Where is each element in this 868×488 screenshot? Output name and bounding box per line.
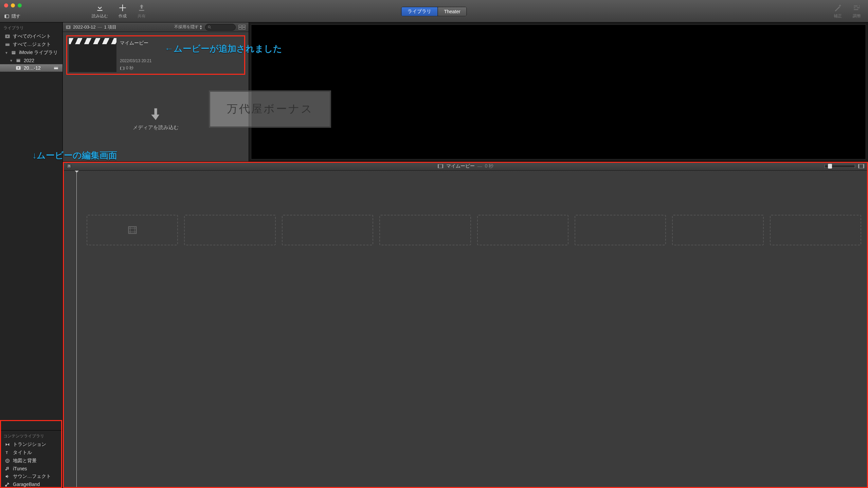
clapperboard-stripes-icon [69, 38, 116, 44]
filmstrip-icon [437, 164, 444, 169]
timeline-title-group: マイムービー — 0 秒 [437, 163, 494, 169]
clip-placeholder[interactable] [477, 215, 568, 245]
timeline-track-area[interactable] [63, 171, 868, 488]
sidebar: ライブラリ すべてのイベント すべて…ジェクト ▼ iMovie ライブラリ ▼… [0, 22, 63, 488]
sidebar-all-projects-label: すべて…ジェクト [13, 41, 51, 48]
import-button[interactable]: 読み込む [92, 3, 108, 19]
share-icon [137, 3, 146, 12]
timeline-close-button[interactable]: ✕ [66, 163, 72, 169]
segment-library[interactable]: ライブラリ [401, 7, 437, 16]
content-maps-label: 地図と背景 [13, 458, 37, 464]
timeline-duration-text: 0 秒 [485, 163, 494, 169]
sidebar-year-2022[interactable]: ▼ 2022 [0, 57, 62, 64]
filmstrip-icon [127, 225, 138, 235]
content-garageband[interactable]: GarageBand [0, 481, 62, 488]
share-button[interactable]: 共有 [137, 3, 146, 19]
import-arrow-down-icon [95, 3, 104, 12]
adjust-button[interactable]: 調整 [852, 3, 861, 19]
upper-pane: 2022-03-12 — 1 項目 不採用を隠す ▲▼ [63, 22, 868, 162]
import-media-hint[interactable]: メディアを読み込む [133, 107, 179, 131]
content-sound-fx-label: サウン…フェクト [13, 473, 51, 480]
sidebar-all-projects[interactable]: すべて…ジェクト [0, 40, 62, 49]
svg-rect-25 [438, 164, 438, 168]
clip-placeholder[interactable] [672, 215, 763, 245]
window-minimize-button[interactable] [11, 3, 15, 7]
sidebar-section-content: コンテンツライブラリ [0, 431, 62, 440]
main-area: ライブラリ すべてのイベント すべて…ジェクト ▼ iMovie ライブラリ ▼… [0, 22, 868, 488]
titles-icon: T [5, 450, 10, 455]
import-label: 読み込む [92, 13, 108, 19]
hide-sidebar-label: 隠す [12, 13, 20, 19]
magic-wand-icon [833, 3, 842, 12]
event-browser: 2022-03-12 — 1 項目 不採用を隠す ▲▼ [63, 22, 249, 161]
import-hint-text: メディアを読み込む [133, 124, 179, 131]
chevron-updown-icon: ▲▼ [199, 24, 202, 30]
clip-placeholder[interactable] [282, 215, 373, 245]
hide-rejected-dropdown[interactable]: 不採用を隠す ▲▼ [174, 24, 202, 30]
timeline-right-controls [825, 163, 865, 169]
movie-thumbnail [69, 38, 116, 72]
clip-placeholder[interactable] [379, 215, 471, 245]
main-toolbar: 隠す 読み込む 作成 共有 ライブラリ Theater 補正 調整 [0, 0, 868, 22]
adjust-label: 調整 [853, 13, 861, 19]
svg-rect-12 [54, 67, 58, 68]
plus-icon [118, 3, 127, 12]
sidebar-event-selected[interactable]: 20…-12 [0, 64, 62, 72]
sidebar-imovie-library[interactable]: ▼ iMovie ライブラリ [0, 49, 62, 57]
sidebar-event-label: 20…-12 [24, 65, 50, 71]
create-label: 作成 [119, 13, 127, 19]
clip-placeholder[interactable] [184, 215, 275, 245]
clip-placeholder[interactable] [87, 215, 178, 245]
movie-duration-text: 0 秒 [126, 65, 133, 71]
library-drive-icon [11, 50, 16, 55]
event-browser-title: 2022-03-12 — 1 項目 [66, 24, 171, 30]
guitar-icon [5, 482, 10, 487]
sidebar-year-label: 2022 [24, 58, 34, 63]
filmstrip-icon [120, 66, 125, 70]
disclosure-triangle-icon[interactable]: ▼ [5, 51, 8, 55]
empty-clip-placeholders [87, 215, 861, 245]
create-button[interactable]: 作成 [118, 3, 127, 19]
search-input[interactable] [205, 24, 236, 31]
globe-icon [5, 458, 10, 464]
clip-display-icon[interactable] [858, 163, 865, 169]
clip-placeholder[interactable] [575, 215, 666, 245]
clip-placeholder[interactable] [770, 215, 861, 245]
svg-rect-17 [239, 25, 241, 27]
big-arrow-down-icon [150, 107, 161, 121]
speaker-icon [5, 474, 10, 479]
segment-theater[interactable]: Theater [437, 7, 466, 16]
sidebar-all-events[interactable]: すべてのイベント [0, 32, 62, 40]
dash: — [98, 24, 102, 30]
sidebar-collapse-icon [4, 14, 10, 19]
svg-rect-4 [5, 43, 10, 44]
thumbnail-grid-icon[interactable] [238, 24, 246, 30]
event-name-text: 2022-03-12 [73, 24, 96, 30]
content-titles[interactable]: T タイトル [0, 449, 62, 457]
svg-rect-23 [124, 67, 124, 69]
enhance-button[interactable]: 補正 [833, 3, 842, 19]
content-library-section: コンテンツライブラリ トランジション T タイトル 地図と背景 iTunes サ… [0, 430, 62, 488]
svg-rect-7 [12, 52, 15, 53]
timeline-zoom-slider[interactable] [825, 165, 855, 167]
clapper-mini-icon [53, 66, 59, 70]
content-sound-effects[interactable]: サウン…フェクト [0, 472, 62, 481]
content-maps[interactable]: 地図と背景 [0, 457, 62, 465]
window-zoom-button[interactable] [18, 3, 22, 7]
content-itunes[interactable]: iTunes [0, 465, 62, 472]
video-preview[interactable] [251, 24, 866, 159]
event-count-text: 1 項目 [104, 24, 117, 30]
svg-rect-30 [128, 227, 136, 233]
svg-rect-26 [442, 164, 443, 168]
event-browser-header: 2022-03-12 — 1 項目 不採用を隠す ▲▼ [63, 22, 249, 32]
disclosure-triangle-icon[interactable]: ▼ [10, 59, 13, 63]
window-close-button[interactable] [4, 3, 8, 7]
movie-project-card[interactable]: マイムービー 2022/03/13 20:21 0 秒 [66, 35, 245, 75]
zoom-slider-thumb[interactable] [828, 164, 832, 169]
timeline-title-text: マイムービー [446, 163, 475, 169]
svg-rect-29 [863, 164, 864, 168]
hide-sidebar-button[interactable]: 隠す [4, 13, 20, 19]
svg-rect-6 [12, 52, 15, 52]
playhead[interactable] [76, 171, 77, 488]
content-transitions[interactable]: トランジション [0, 440, 62, 449]
